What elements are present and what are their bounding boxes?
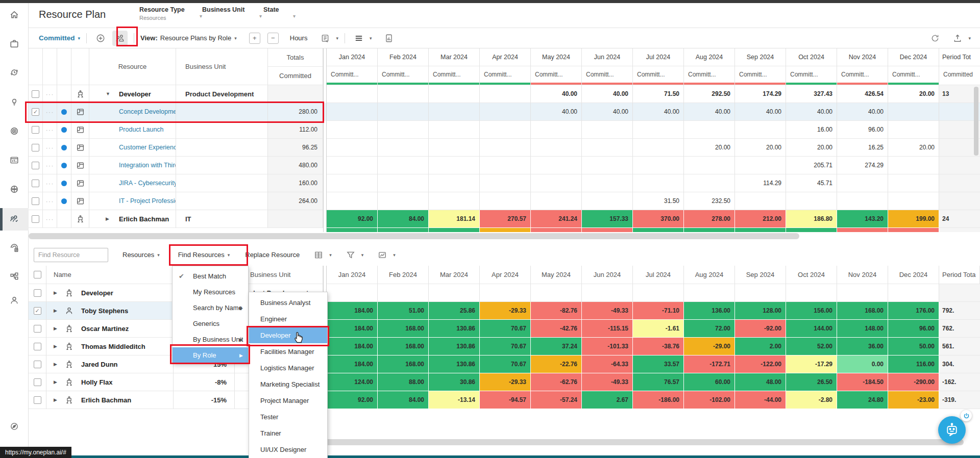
submenu-item-business-analyst[interactable]: Business Analyst: [249, 294, 327, 311]
month-cell[interactable]: 370.00: [633, 210, 684, 228]
month-cell[interactable]: -29.33: [480, 302, 531, 320]
month-cell[interactable]: 52.00: [786, 338, 837, 355]
month-cell[interactable]: [429, 139, 480, 157]
month-cell[interactable]: -13.14: [429, 391, 480, 409]
expand-arrow-icon[interactable]: ▶: [54, 379, 57, 385]
report-button[interactable]: [381, 31, 397, 46]
month-cell[interactable]: 30.86: [429, 373, 480, 391]
month-cell[interactable]: [327, 192, 378, 210]
resource-pool-row[interactable]: ▶Thomas Middleditch184.00168.00130.8670.…: [29, 338, 980, 355]
month-cell[interactable]: -38.76: [633, 338, 684, 355]
month-cell[interactable]: 148.00: [837, 320, 888, 338]
month-cell[interactable]: [633, 174, 684, 192]
expand-arrow-icon[interactable]: ▶: [54, 362, 57, 367]
vertical-scrollbar[interactable]: [974, 87, 978, 156]
month-cell[interactable]: 20.00: [786, 139, 837, 157]
month-cell[interactable]: -1.61: [633, 320, 684, 338]
month-cell[interactable]: [582, 174, 633, 192]
month-cell[interactable]: 40.00: [582, 103, 633, 121]
month-cell[interactable]: 40.00: [786, 103, 837, 121]
menu-item-best-match[interactable]: ✔Best Match: [173, 268, 248, 284]
month-cell[interactable]: 114.29: [735, 174, 786, 192]
month-cell[interactable]: 130.86: [429, 355, 480, 373]
resource-plan-row[interactable]: ···IT - Project Professional264.0031.502…: [29, 192, 980, 210]
month-cell[interactable]: -184.50: [837, 373, 888, 391]
resource-plan-row[interactable]: ···Integration with Third-...480.00205.7…: [29, 157, 980, 174]
month-cell[interactable]: [429, 284, 480, 302]
month-cell[interactable]: -2.80: [786, 391, 837, 409]
month-cell[interactable]: 36.00: [837, 338, 888, 355]
month-cell[interactable]: 144.00: [786, 320, 837, 338]
row-checkbox[interactable]: [32, 197, 39, 205]
month-cell[interactable]: 33.57: [633, 355, 684, 373]
month-cell[interactable]: -94.57: [480, 391, 531, 409]
filter-state[interactable]: State ▾: [263, 6, 279, 21]
refresh-button[interactable]: [927, 31, 943, 46]
month-cell[interactable]: [633, 157, 684, 174]
resource-name-link[interactable]: IT - Project Professional: [119, 197, 176, 205]
sidebar-item-resources-people[interactable]: [0, 208, 29, 231]
month-cell[interactable]: [429, 157, 480, 174]
month-cell[interactable]: 327.43: [786, 85, 837, 103]
month-cell[interactable]: 48.00: [735, 373, 786, 391]
select-all-checkbox[interactable]: [34, 271, 41, 278]
grid-columns-button[interactable]: [311, 247, 326, 263]
menu-item-by-role[interactable]: By Role▶: [173, 347, 248, 363]
filter-business-unit[interactable]: Business Unit ▾: [202, 6, 244, 21]
month-cell[interactable]: 71.50: [633, 85, 684, 103]
month-cell[interactable]: -22.76: [531, 355, 582, 373]
resource-pool-row[interactable]: ✓▶Toby Stephens184.0051.0025.86-29.33-82…: [29, 302, 980, 320]
month-cell[interactable]: [582, 192, 633, 210]
row-checkbox[interactable]: [34, 361, 41, 368]
row-checkbox[interactable]: [34, 343, 41, 350]
sidebar-item-compass[interactable]: [0, 416, 29, 438]
month-cell[interactable]: [378, 157, 429, 174]
month-cell[interactable]: 16.25: [837, 139, 888, 157]
month-cell[interactable]: -102.00: [684, 391, 735, 409]
resource-name-cell[interactable]: Concept Development: [89, 103, 176, 121]
month-cell[interactable]: [327, 284, 378, 302]
month-cell[interactable]: [378, 103, 429, 121]
month-cell[interactable]: [531, 192, 582, 210]
resource-name-link[interactable]: Customer Experience R...: [119, 144, 176, 151]
month-cell[interactable]: -101.33: [582, 338, 633, 355]
month-cell[interactable]: 212.00: [735, 210, 786, 228]
month-cell[interactable]: 168.00: [378, 355, 429, 373]
month-cell[interactable]: -29.33: [480, 373, 531, 391]
resource-plan-row[interactable]: ···JIRA - Cybersecurity En...160.00114.2…: [29, 174, 980, 192]
month-cell[interactable]: 292.50: [684, 85, 735, 103]
month-cell[interactable]: [480, 103, 531, 121]
month-cell[interactable]: 40.00: [684, 103, 735, 121]
month-cell[interactable]: -42.76: [531, 320, 582, 338]
hours-toggle[interactable]: Hours: [290, 34, 308, 42]
month-cell[interactable]: -92.00: [735, 320, 786, 338]
row-checkbox[interactable]: [32, 215, 39, 223]
sidebar-item-home[interactable]: [0, 4, 29, 27]
committed-dropdown[interactable]: Committed ▾: [39, 34, 80, 42]
month-cell[interactable]: 96.00: [837, 121, 888, 139]
row-checkbox[interactable]: [32, 162, 39, 169]
row-actions-icon[interactable]: ···: [46, 126, 54, 134]
row-checkbox[interactable]: [32, 180, 39, 187]
horizontal-scrollbar-upper[interactable]: [29, 233, 799, 239]
month-cell[interactable]: -115.15: [582, 320, 633, 338]
month-cell[interactable]: [429, 121, 480, 139]
resource-name-cell[interactable]: ▶Developer: [46, 284, 174, 302]
month-cell[interactable]: [378, 284, 429, 302]
expand-arrow-icon[interactable]: ▶: [54, 326, 57, 331]
month-cell[interactable]: [837, 284, 888, 302]
month-cell[interactable]: 2.67: [582, 391, 633, 409]
month-cell[interactable]: 184.00: [327, 355, 378, 373]
month-cell[interactable]: [837, 174, 888, 192]
month-cell[interactable]: [684, 157, 735, 174]
month-cell[interactable]: [480, 121, 531, 139]
month-cell[interactable]: 184.00: [327, 338, 378, 355]
submenu-item-marketing-specialist[interactable]: Marketing Specialist: [249, 376, 327, 392]
sidebar-item-insights[interactable]: [0, 237, 29, 260]
month-cell[interactable]: [327, 121, 378, 139]
month-cell[interactable]: 40.00: [633, 103, 684, 121]
month-cell[interactable]: [888, 192, 939, 210]
horizontal-scrollbar-lower[interactable]: [315, 439, 964, 445]
month-cell[interactable]: [480, 284, 531, 302]
month-cell[interactable]: [480, 157, 531, 174]
